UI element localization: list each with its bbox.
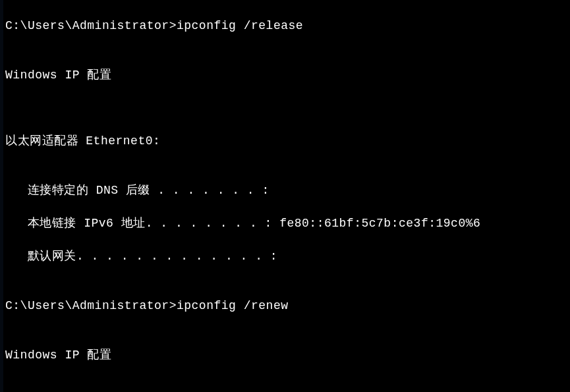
left-edge-artifact <box>0 0 3 392</box>
prompt-line-2: C:\Users\Administrator>ipconfig /renew <box>5 298 570 314</box>
ip-config-header: Windows IP 配置 <box>5 67 570 84</box>
prompt-text: C:\Users\Administrator> <box>5 299 177 312</box>
command-text: ipconfig /renew <box>177 299 289 312</box>
ipv6-link-local-line: 本地链接 IPv6 地址. . . . . . . . : fe80::61bf… <box>5 215 570 232</box>
default-gateway-line: 默认网关. . . . . . . . . . . . . : <box>5 248 570 265</box>
prompt-line-1: C:\Users\Administrator>ipconfig /release <box>5 18 570 34</box>
terminal-output: C:\Users\Administrator>ipconfig /release… <box>5 1 570 392</box>
command-text: ipconfig /release <box>177 19 303 32</box>
dns-suffix-line: 连接特定的 DNS 后缀 . . . . . . . : <box>5 182 570 199</box>
adapter-title: 以太网适配器 Ethernet0: <box>5 133 570 150</box>
prompt-text: C:\Users\Administrator> <box>5 19 177 32</box>
ip-config-header: Windows IP 配置 <box>5 347 570 364</box>
